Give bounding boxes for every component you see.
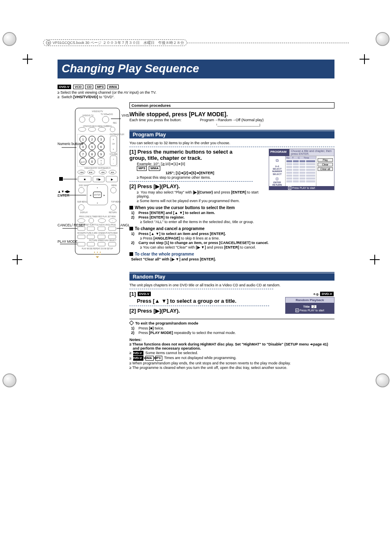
random-intro: The unit plays chapters in one DVD title… [129, 283, 334, 287]
program-fig-footer: Press PLAY to start [269, 186, 334, 190]
svg-text:ENTER: ENTER [58, 193, 69, 198]
svg-text:PROG CHECK   TIMER   RES PLAY : PROG CHECK TIMER RES PLAY JET REW [79, 216, 116, 218]
svg-point-90 [78, 219, 85, 223]
black-square-icon [129, 206, 133, 210]
svg-rect-105 [78, 235, 85, 239]
svg-text:✶: ✶ [100, 160, 102, 162]
remote-svg: VHS/DVD/TV VHS/DVD TV TV VHS⇌DVD VHS/ TV… [58, 102, 129, 258]
svg-text:∧: ∧ [113, 138, 114, 140]
svg-text:CH: CH [112, 143, 115, 145]
svg-text:2: 2 [91, 138, 93, 141]
change-steps: 1)Press [▲ ▼] to select an item and pres… [129, 232, 334, 249]
svg-text:ANGLE/
PAGE: ANGLE/ PAGE [120, 223, 129, 227]
note-c-tag-mp3: MP3 [155, 356, 162, 361]
page-content: Changing Play Sequence DVD-V VCD CD MP3 … [0, 0, 392, 419]
random-eg-tag: DVD-V [320, 292, 334, 297]
program-fig-btn-play: Play [318, 158, 333, 162]
svg-text:PICTURE   SPEED   NAVI SELECT: PICTURE SPEED NAVI SELECT [89, 240, 117, 242]
svg-text:←: ← [112, 220, 114, 222]
svg-text:∨: ∨ [113, 148, 114, 150]
program-fig-hint: Choose a title and chapter, then press E… [290, 149, 334, 156]
tag-vcd: VCD [73, 85, 83, 90]
svg-rect-110 [78, 242, 85, 246]
program-screen-figure: PROGRAM Choose a title and chapter, then… [269, 149, 334, 190]
svg-rect-68 [59, 177, 63, 181]
black-square-icon [129, 252, 133, 256]
svg-text:≧10: ≧10 [81, 161, 85, 163]
svg-text:6: 6 [100, 145, 102, 148]
svg-text:TV
VHS⇌DVD: TV VHS⇌DVD [101, 113, 113, 115]
step2-body: You may also select "Play" with [▶](Curs… [129, 190, 334, 203]
svg-text:MENU: MENU [111, 184, 117, 187]
while-stopped-title: While stopped, press [PLAY MODE]. [129, 111, 334, 117]
dashed-sep-3 [129, 289, 273, 289]
svg-text:VHS/DVD   DECK MENU   DUBBING: VHS/DVD DECK MENU DUBBING [83, 125, 112, 127]
svg-text:DISPLAY: DISPLAY [80, 212, 88, 214]
svg-text:II/▶: II/▶ [97, 178, 101, 181]
cursor-steps: 1)Press [ENTER] and [▲ ▼] to select an i… [129, 211, 334, 224]
svg-rect-97 [87, 227, 95, 230]
svg-rect-111 [87, 242, 95, 246]
svg-text:▲▼◀▶: ▲▼◀▶ [58, 189, 70, 193]
book-meta-bar: ⊕ VP31GCQCS.book 30 ページ ２００３年７月３０日 水曜日 午… [43, 39, 349, 46]
change-subhead: To change and cancel a programme [129, 226, 334, 231]
svg-text:✶: ✶ [100, 162, 102, 164]
svg-rect-113 [108, 242, 116, 246]
notes-head: Notes: [129, 337, 334, 342]
note-d: When program/random play ends, the unit … [129, 361, 334, 365]
svg-text:1: 1 [82, 138, 84, 141]
svg-point-122 [100, 254, 101, 255]
note-c: DVD-V WMA MP3 Times are not displayed wh… [129, 356, 334, 361]
svg-point-92 [98, 219, 106, 223]
main-body: Common procedures While stopped, press [… [129, 102, 334, 370]
svg-text:SUB
MENU: SUB MENU [77, 201, 87, 203]
tag-mp3: MP3 [95, 85, 105, 90]
random-fig-foot: Press PLAY to start [287, 309, 333, 312]
random-screen-figure: e.g. DVD-V Random Playback Title 2 Press… [285, 292, 334, 314]
svg-rect-99 [108, 227, 116, 230]
svg-text:VHS/DVD   TV: VHS/DVD TV [83, 115, 94, 117]
exit-steps: 1)Press [■] twice. 2)Press [PLAY MODE] r… [129, 326, 334, 335]
svg-text:REC: REC [113, 122, 117, 124]
common-procedures-box: Common procedures [129, 102, 334, 108]
svg-rect-96 [78, 227, 85, 230]
page-title: Changing Play Sequence [58, 60, 334, 78]
program-fig-left: ⧉ 0–0 SELECT NUMBER SELECT ◎ ENTER RETUR… [269, 156, 286, 186]
svg-text:▼: ▼ [97, 202, 98, 204]
svg-text:■: ■ [84, 178, 85, 181]
random-step1-tag: DVD-V [138, 292, 151, 297]
dashed-sep-2 [129, 181, 253, 182]
tag-wma: WMA [107, 85, 119, 90]
svg-text:▶▶|: ▶▶| [89, 171, 93, 173]
clear-subhead: To clear the whole programme [129, 252, 334, 256]
black-square-icon [129, 227, 133, 230]
svg-text:◀◀: ◀◀ [101, 171, 104, 173]
note-b: DVD-V Some items cannot be selected. [129, 351, 334, 356]
book-meta-text: VP31GCQCS.book 30 ページ ２００３年７月３０日 水曜日 午後８… [53, 40, 184, 46]
cycle-bracket: ↑_______________________| [129, 123, 334, 127]
svg-text:0: 0 [91, 160, 93, 163]
note-c-tag-dvdv: DVD-V [133, 356, 143, 361]
svg-text:▶▶: ▶▶ [111, 171, 114, 173]
svg-text:5: 5 [91, 145, 93, 148]
program-play-heading: Program Play [129, 130, 334, 138]
note-c-tag-wma: WMA [145, 356, 154, 361]
tag-dvdv: DVD-V [58, 85, 71, 90]
book-meta-icon: ⊕ [46, 40, 51, 45]
svg-text:CANCEL/
RESET: CANCEL/ RESET [58, 223, 85, 227]
svg-text:ENTER: ENTER [94, 194, 101, 196]
step1-title: [1] Press the numeric buttons to select … [129, 149, 249, 161]
svg-text:−: − [113, 162, 114, 164]
hrule [129, 319, 334, 319]
note-e: The programme is cleared when you turn t… [129, 366, 334, 370]
svg-text:|◀◀: |◀◀ [79, 171, 83, 173]
svg-text:+: + [113, 158, 114, 160]
svg-rect-108 [108, 235, 116, 239]
step1-tag-mp3: MP3 [137, 166, 147, 171]
svg-text:MODE/PICTURE  A.SRD    CINEMA : MODE/PICTURE A.SRD CINEMA POSITN MEM [77, 232, 118, 234]
svg-text:◀: ◀ [90, 194, 91, 196]
svg-text:PLAY MODE  REPEAT   ZOOM   SET: PLAY MODE REPEAT ZOOM SETUP [82, 248, 113, 250]
svg-rect-106 [87, 235, 95, 239]
top-note-2: Switch [VHS/TV/DVD] to "DVD". [58, 95, 334, 99]
svg-text:TOP
MENU: TOP MENU [111, 201, 121, 203]
